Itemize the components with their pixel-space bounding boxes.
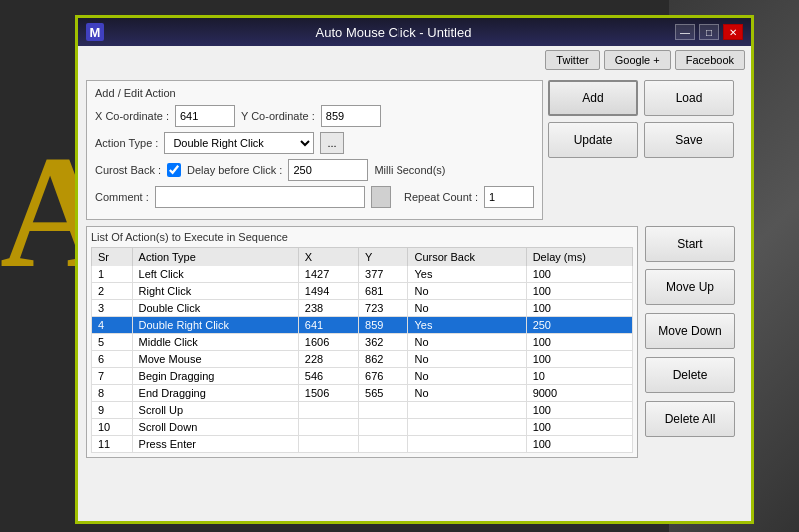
facebook-button[interactable]: Facebook (675, 50, 745, 70)
cell-action: Move Mouse (132, 351, 298, 368)
cell-delay: 250 (526, 317, 632, 334)
table-header-row: Sr Action Type X Y Cursor Back Delay (ms… (92, 248, 633, 266)
col-action-type: Action Type (132, 248, 298, 266)
restore-button[interactable]: □ (699, 24, 719, 40)
minimize-button[interactable]: — (675, 24, 695, 40)
cell-x (298, 402, 358, 419)
cell-sr: 3 (92, 300, 133, 317)
cell-action: Begin Dragging (132, 368, 298, 385)
action-table: Sr Action Type X Y Cursor Back Delay (ms… (91, 247, 633, 453)
action-type-label: Action Type : (95, 137, 158, 149)
add-button[interactable]: Add (548, 80, 638, 116)
add-load-row: Add Load (548, 80, 743, 116)
cell-x: 238 (298, 300, 358, 317)
cell-sr: 6 (92, 351, 133, 368)
table-row[interactable]: 1 Left Click 1427 377 Yes 100 (92, 266, 633, 283)
add-edit-section: Add / Edit Action X Co-ordinate : Y Co-o… (86, 80, 543, 220)
table-row[interactable]: 7 Begin Dragging 546 676 No 10 (92, 368, 633, 385)
table-row[interactable]: 6 Move Mouse 228 862 No 100 (92, 351, 633, 368)
twitter-button[interactable]: Twitter (545, 50, 599, 70)
x-input[interactable] (175, 105, 235, 127)
update-button[interactable]: Update (548, 122, 638, 158)
cell-x: 228 (298, 351, 358, 368)
app-icon: M (86, 23, 104, 41)
cell-action: Double Click (132, 300, 298, 317)
add-edit-section-wrapper: Add / Edit Action X Co-ordinate : Y Co-o… (86, 80, 743, 220)
table-row[interactable]: 4 Double Right Click 641 859 Yes 250 (92, 317, 633, 334)
cell-delay: 100 (526, 351, 632, 368)
cell-sr: 7 (92, 368, 133, 385)
cell-y: 362 (359, 334, 408, 351)
close-button[interactable]: ✕ (723, 24, 743, 40)
cell-sr: 8 (92, 385, 133, 402)
comment-repeat-row: Comment : Repeat Count : (95, 186, 534, 208)
table-row[interactable]: 8 End Dragging 1506 565 No 9000 (92, 385, 633, 402)
cell-delay: 100 (526, 334, 632, 351)
cursor-back-checkbox[interactable] (167, 163, 181, 177)
cell-delay: 9000 (526, 385, 632, 402)
col-y: Y (359, 248, 408, 266)
table-row[interactable]: 9 Scroll Up 100 (92, 402, 633, 419)
cell-x: 1506 (298, 385, 358, 402)
cell-delay: 100 (526, 300, 632, 317)
cell-sr: 5 (92, 334, 133, 351)
col-delay: Delay (ms) (526, 248, 632, 266)
cell-action: Double Right Click (132, 317, 298, 334)
section-title: Add / Edit Action (95, 87, 534, 99)
cell-x: 1427 (298, 266, 358, 283)
cell-x: 1494 (298, 283, 358, 300)
move-up-button[interactable]: Move Up (645, 269, 735, 305)
y-label: Y Co-ordinate : (241, 110, 315, 122)
load-button[interactable]: Load (644, 80, 734, 116)
repeat-input[interactable] (484, 186, 534, 208)
table-row[interactable]: 3 Double Click 238 723 No 100 (92, 300, 633, 317)
content-area: Add / Edit Action X Co-ordinate : Y Co-o… (78, 74, 751, 464)
dots-button[interactable]: ... (320, 132, 343, 154)
move-down-button[interactable]: Move Down (645, 313, 735, 349)
google-plus-button[interactable]: Google + (604, 50, 671, 70)
cell-y (359, 402, 408, 419)
table-body: 1 Left Click 1427 377 Yes 100 2 Right Cl… (92, 266, 633, 453)
cell-y: 723 (359, 300, 408, 317)
table-row[interactable]: 10 Scroll Down 100 (92, 419, 633, 436)
delete-all-button[interactable]: Delete All (645, 401, 735, 437)
window-controls: — □ ✕ (675, 24, 743, 40)
cell-y (359, 436, 408, 453)
cell-delay: 100 (526, 419, 632, 436)
cell-delay: 100 (526, 266, 632, 283)
cell-y: 681 (359, 283, 408, 300)
cell-x (298, 419, 358, 436)
cell-x (298, 436, 358, 453)
col-sr: Sr (92, 248, 133, 266)
update-save-row: Update Save (548, 122, 743, 158)
cell-action: Press Enter (132, 436, 298, 453)
y-input[interactable] (321, 105, 381, 127)
table-row[interactable]: 2 Right Click 1494 681 No 100 (92, 283, 633, 300)
action-buttons: Add Load Update Save (548, 80, 743, 158)
action-type-row: Action Type : Double Right Click Left Cl… (95, 132, 534, 154)
cell-delay: 100 (526, 283, 632, 300)
delay-input[interactable] (288, 159, 368, 181)
cell-cursor: No (408, 351, 526, 368)
cell-action: Left Click (132, 266, 298, 283)
cell-delay: 10 (526, 368, 632, 385)
cursor-back-label: Curost Back : (95, 164, 161, 176)
top-buttons-bar: Twitter Google + Facebook (78, 46, 751, 74)
delete-button[interactable]: Delete (645, 357, 735, 393)
cell-cursor (408, 419, 526, 436)
cell-delay: 100 (526, 436, 632, 453)
cell-action: Scroll Up (132, 402, 298, 419)
color-picker[interactable] (371, 186, 391, 208)
comment-input[interactable] (155, 186, 365, 208)
cell-action: Middle Click (132, 334, 298, 351)
table-row[interactable]: 11 Press Enter 100 (92, 436, 633, 453)
save-button[interactable]: Save (644, 122, 734, 158)
cell-cursor: Yes (408, 266, 526, 283)
cell-y: 565 (359, 385, 408, 402)
repeat-label: Repeat Count : (404, 191, 478, 203)
action-type-select[interactable]: Double Right Click Left Click Right Clic… (164, 132, 314, 154)
start-button[interactable]: Start (645, 226, 735, 262)
table-row[interactable]: 5 Middle Click 1606 362 No 100 (92, 334, 633, 351)
cell-cursor: Yes (408, 317, 526, 334)
cell-cursor: No (408, 385, 526, 402)
